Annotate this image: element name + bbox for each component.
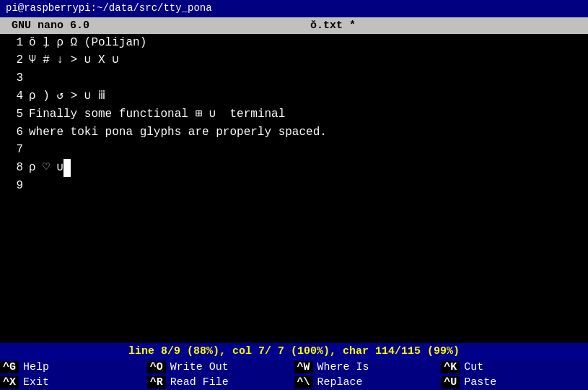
line-number: 1 xyxy=(3,34,23,52)
editor-line: 2Ψ # ↓ > ∪ Χ ∪ xyxy=(0,51,588,69)
line-number: 7 xyxy=(3,141,23,159)
editor-line: 4ρ ) ↺ > ∪ ⅲ xyxy=(0,87,588,105)
title-bar: pi@raspberrypi:~/data/src/tty_pona xyxy=(0,0,588,17)
editor-lines: 1ŏ ļ ρ Ω (Polijan)2Ψ # ↓ > ∪ Χ ∪34ρ ) ↺ … xyxy=(0,34,588,195)
editor-line: 5Finally some functional ⊞ ∪ terminal xyxy=(0,105,588,124)
shortcut-label: Write Out xyxy=(167,361,229,373)
shortcut-item-0-1[interactable]: ^OWrite Out xyxy=(147,360,294,375)
status-bar: line 8/9 (88%), col 7/ 7 (100%), char 11… xyxy=(0,343,588,360)
shortcut-item-0-3[interactable]: ^KCut xyxy=(441,360,588,375)
line-content: Ψ # ↓ > ∪ Χ ∪ xyxy=(29,51,119,69)
status-text: line 8/9 (88%), col 7/ 7 (100%), char 11… xyxy=(128,345,460,358)
shortcut-key: ^R xyxy=(147,376,166,389)
editor-line: 9 xyxy=(0,177,588,195)
line-number: 9 xyxy=(3,177,23,195)
shortcut-label: Exit xyxy=(20,376,49,389)
file-name: ŏ.txt * xyxy=(89,20,576,32)
shortcut-key: ^U xyxy=(441,376,460,389)
shortcut-label: Read File xyxy=(167,376,229,389)
line-content: ρ ♡ ∪ xyxy=(29,159,71,177)
shortcut-key: ^\ xyxy=(294,376,313,389)
shortcut-item-0-0[interactable]: ^GHelp xyxy=(0,360,147,375)
line-number: 8 xyxy=(3,159,23,177)
shortcut-key: ^O xyxy=(147,361,166,373)
shortcut-row-1: ^GHelp^OWrite Out^WWhere Is^KCut xyxy=(0,360,588,375)
line-content: ρ ) ↺ > ∪ ⅲ xyxy=(29,87,105,105)
title-text: pi@raspberrypi:~/data/src/tty_pona xyxy=(6,2,212,14)
shortcut-key: ^G xyxy=(0,361,19,373)
shortcut-bar: ^GHelp^OWrite Out^WWhere Is^KCut ^XExit^… xyxy=(0,360,588,390)
editor-line: 1ŏ ļ ρ Ω (Polijan) xyxy=(0,34,588,52)
shortcut-key: ^K xyxy=(441,361,460,373)
text-cursor xyxy=(63,159,71,177)
editor-line: 7 xyxy=(0,141,588,159)
shortcut-row-2: ^XExit^RRead File^\Replace^UPaste xyxy=(0,375,588,390)
shortcut-label: Where Is xyxy=(315,361,369,373)
line-number: 6 xyxy=(3,124,23,142)
editor-area[interactable]: 1ŏ ļ ρ Ω (Polijan)2Ψ # ↓ > ∪ Χ ∪34ρ ) ↺ … xyxy=(0,34,588,343)
shortcut-item-0-2[interactable]: ^WWhere Is xyxy=(294,360,442,375)
nano-header: GNU nano 6.0 ŏ.txt * xyxy=(0,17,588,34)
shortcut-item-1-0[interactable]: ^XExit xyxy=(0,375,147,390)
shortcut-item-1-1[interactable]: ^RRead File xyxy=(147,375,294,390)
line-number: 5 xyxy=(3,105,23,124)
shortcut-item-1-2[interactable]: ^\Replace xyxy=(294,375,442,390)
line-content: ŏ ļ ρ Ω (Polijan) xyxy=(29,34,146,52)
line-number: 3 xyxy=(3,69,23,87)
editor-line: 6where toki pona glyphs are properly spa… xyxy=(0,124,588,142)
line-content: where toki pona glyphs are properly spac… xyxy=(29,124,327,142)
line-number: 4 xyxy=(3,87,23,105)
shortcut-label: Cut xyxy=(461,361,483,373)
shortcut-item-1-3[interactable]: ^UPaste xyxy=(441,375,588,390)
shortcut-key: ^W xyxy=(294,361,313,373)
nano-version: GNU nano 6.0 xyxy=(12,20,89,32)
shortcut-label: Help xyxy=(20,361,49,373)
editor-line: 8ρ ♡ ∪ xyxy=(0,159,588,177)
shortcut-label: Paste xyxy=(461,376,496,389)
shortcut-label: Replace xyxy=(315,376,363,389)
line-number: 2 xyxy=(3,51,23,69)
shortcut-key: ^X xyxy=(0,376,19,389)
editor-line: 3 xyxy=(0,69,588,87)
line-content: Finally some functional ⊞ ∪ terminal xyxy=(29,105,285,124)
